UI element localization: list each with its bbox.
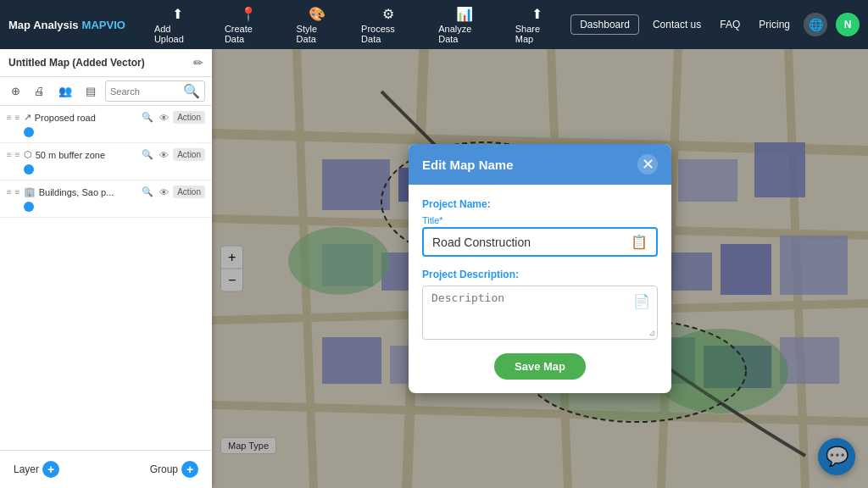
list-item: ≡ ≡ ↗ Proposed road 🔍 👁 Action <box>0 106 212 143</box>
analyze-data-icon: 📊 <box>456 6 473 22</box>
search-input[interactable] <box>110 86 183 97</box>
layer-row: ≡ ≡ ⬡ 50 m buffer zone 🔍 👁 Action <box>7 148 205 161</box>
layers-tool[interactable]: ▤ <box>81 82 100 100</box>
layer-color-dot <box>24 164 34 175</box>
zoom-layer-icon[interactable]: 🔍 <box>140 148 155 161</box>
drag-handle-icon2[interactable]: ≡ <box>15 187 20 197</box>
drag-handle-icon[interactable]: ≡ <box>7 150 12 159</box>
layer-name: Proposed road <box>35 113 137 123</box>
nav-share-map[interactable]: ⬆ Share Map <box>504 1 570 49</box>
list-item: ≡ ≡ ⬡ 50 m buffer zone 🔍 👁 Action <box>0 143 212 180</box>
add-layer-button[interactable]: Layer + <box>7 458 66 481</box>
panel-footer: Layer + Group + <box>0 450 212 488</box>
nav-style-data-label: Style Data <box>297 24 338 44</box>
drag-handle-icon[interactable]: ≡ <box>7 113 12 122</box>
add-group-icon: + <box>181 461 198 478</box>
style-data-icon: 🎨 <box>309 6 326 22</box>
topbar: Map Analysis MAPVIO ⬆ Add Upload 📍 Creat… <box>0 0 868 49</box>
building-layer-icon: 🏢 <box>24 186 36 197</box>
nav-process-data[interactable]: ⚙ Process Data <box>349 1 426 49</box>
title-input-wrapper: 📋 <box>422 227 658 257</box>
add-layer-icon: + <box>42 461 59 478</box>
user-avatar[interactable]: N <box>836 13 860 36</box>
logo: MAPVIO <box>82 19 125 31</box>
action-button[interactable]: Action <box>173 186 205 198</box>
search-icon: 🔍 <box>183 83 200 99</box>
left-panel: Untitled Map (Added Vector) ✏ ⊕ 🖨 👥 ▤ 🔍 … <box>0 49 212 488</box>
title-input[interactable] <box>432 236 631 249</box>
dashboard-button[interactable]: Dashboard <box>570 14 639 35</box>
zoom-layer-icon[interactable]: 🔍 <box>140 111 155 124</box>
nav-share-map-label: Share Map <box>515 24 559 44</box>
edit-map-name-modal: Edit Map Name ✕ Project Name: Title* 📋 P… <box>409 144 671 393</box>
visibility-icon[interactable]: 👁 <box>158 186 170 198</box>
layers-container: ≡ ≡ ↗ Proposed road 🔍 👁 Action ≡ ≡ <box>0 106 212 450</box>
layer-name: 50 m buffer zone <box>36 150 137 160</box>
search-box: 🔍 <box>105 80 205 102</box>
nav-items: ⬆ Add Upload 📍 Create Data 🎨 Style Data … <box>142 1 570 49</box>
map-area: + − Map Type 💬 Edit Map Name ✕ Project N… <box>212 49 868 488</box>
copy-icon[interactable]: 📋 <box>631 234 648 250</box>
layer-row: ≡ ≡ ↗ Proposed road 🔍 👁 Action <box>7 111 205 124</box>
action-button[interactable]: Action <box>173 148 205 161</box>
map-toolbar: ⊕ 🖨 👥 ▤ 🔍 <box>0 77 212 106</box>
panel-title: Untitled Map (Added Vector) <box>8 57 145 69</box>
visibility-icon[interactable]: 👁 <box>158 112 170 124</box>
title-field-label: Title* <box>422 215 658 225</box>
share-map-icon: ⬆ <box>531 6 542 22</box>
layer-name: Buildings, Sao p... <box>39 187 137 197</box>
project-name-label: Project Name: <box>422 198 658 210</box>
nav-process-data-label: Process Data <box>361 24 415 44</box>
resize-handle-icon: ⊿ <box>648 328 655 337</box>
edit-pencil-icon[interactable]: ✏ <box>193 56 203 69</box>
visibility-icon[interactable]: 👁 <box>158 149 170 161</box>
layer-label: Layer <box>14 463 39 475</box>
add-group-button[interactable]: Group + <box>143 458 205 481</box>
drag-handle-icon2[interactable]: ≡ <box>15 150 20 159</box>
logo-area: Map Analysis MAPVIO <box>8 19 125 31</box>
description-textarea[interactable] <box>431 291 648 334</box>
modal-close-button[interactable]: ✕ <box>637 154 658 175</box>
modal-header: Edit Map Name ✕ <box>409 144 671 185</box>
description-label: Project Description: <box>422 269 658 280</box>
panel-header: Untitled Map (Added Vector) ✏ <box>0 49 212 77</box>
zoom-layer-icon[interactable]: 🔍 <box>140 186 155 198</box>
globe-icon[interactable]: 🌐 <box>804 13 827 36</box>
layer-controls: 🔍 👁 Action <box>140 186 205 198</box>
nav-add-upload[interactable]: ⬆ Add Upload <box>142 1 213 49</box>
contact-link[interactable]: Contact us <box>648 15 706 34</box>
main-content: Untitled Map (Added Vector) ✏ ⊕ 🖨 👥 ▤ 🔍 … <box>0 49 868 488</box>
nav-create-data-label: Create Data <box>225 24 273 44</box>
layer-controls: 🔍 👁 Action <box>140 148 205 161</box>
save-map-button[interactable]: Save Map <box>494 353 586 380</box>
action-button[interactable]: Action <box>173 111 205 124</box>
layer-row: ≡ ≡ 🏢 Buildings, Sao p... 🔍 👁 Action <box>7 186 205 198</box>
nav-analyze-data-label: Analyze Data <box>438 24 492 44</box>
drag-handle-icon[interactable]: ≡ <box>7 187 12 197</box>
people-tool[interactable]: 👥 <box>54 82 76 100</box>
note-icon: 📄 <box>633 293 650 309</box>
app-title: Map Analysis <box>8 19 79 31</box>
nav-create-data[interactable]: 📍 Create Data <box>213 1 285 49</box>
layer-color-dot <box>24 202 34 212</box>
list-item: ≡ ≡ 🏢 Buildings, Sao p... 🔍 👁 Action <box>0 180 212 218</box>
layer-color-dot <box>24 127 34 137</box>
print-tool[interactable]: 🖨 <box>30 82 49 100</box>
nav-analyze-data[interactable]: 📊 Analyze Data <box>426 1 504 49</box>
faq-link[interactable]: FAQ <box>715 15 745 34</box>
line-layer-icon: ↗ <box>24 112 31 123</box>
create-data-icon: 📍 <box>240 6 257 22</box>
add-upload-icon: ⬆ <box>172 6 183 22</box>
drag-handle-icon2[interactable]: ≡ <box>15 113 20 122</box>
modal-title: Edit Map Name <box>422 158 514 172</box>
nav-style-data[interactable]: 🎨 Style Data <box>285 1 350 49</box>
modal-overlay: Edit Map Name ✕ Project Name: Title* 📋 P… <box>212 49 868 488</box>
process-data-icon: ⚙ <box>382 6 394 22</box>
layer-controls: 🔍 👁 Action <box>140 111 205 124</box>
nav-add-upload-label: Add Upload <box>154 24 201 44</box>
pricing-link[interactable]: Pricing <box>754 15 795 34</box>
buffer-layer-icon: ⬡ <box>24 149 32 160</box>
crosshair-tool[interactable]: ⊕ <box>7 82 25 100</box>
modal-body: Project Name: Title* 📋 Project Descripti… <box>409 185 671 393</box>
right-nav: Dashboard Contact us FAQ Pricing 🌐 N <box>570 13 860 36</box>
